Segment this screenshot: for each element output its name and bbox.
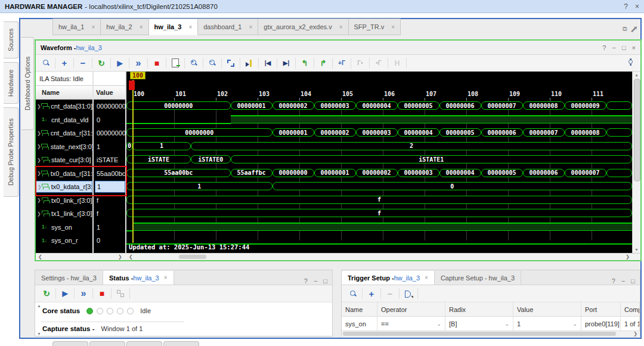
wave-row-cnt_data[31:0][interactable]: 0000000000000001000000020000000300000004… [126, 100, 632, 113]
trigger-scroll-right-icon[interactable]: ❯ [633, 331, 637, 336]
wave-row-state_cur[3:0][interactable]: iSTATEiSTATE0iSTATE1 [126, 153, 632, 167]
close-tab-icon[interactable]: × [164, 274, 168, 281]
minimized-tab-stub[interactable] [89, 341, 125, 346]
column-header-name[interactable]: Name [36, 89, 88, 96]
column-header-radix[interactable]: Radix [445, 302, 513, 316]
signal-row-state_cur[3:0][interactable]: ❯state_cur[3:0]iSTATE [36, 153, 125, 167]
waveform-title-link[interactable]: hw_ila_3 [76, 44, 102, 51]
horizontal-scrollbar[interactable]: ❮ ❯ ❮ ❯ [36, 253, 640, 260]
zoom-in-icon[interactable]: + [186, 57, 202, 69]
layout-icon[interactable] [113, 288, 128, 299]
scroll-down-icon[interactable]: ▼ [37, 332, 330, 336]
expand-icon[interactable]: ❯ [37, 197, 42, 203]
sidebar-item-hardware[interactable]: Hardware [4, 62, 18, 104]
maximize-icon[interactable]: □ [631, 277, 635, 285]
trigger-marker[interactable] [129, 81, 135, 90]
minimized-tab-stub[interactable] [52, 341, 88, 346]
wave-scroll-left-icon[interactable]: ❮ [129, 254, 133, 260]
signal-row-tx1_link_r[3:0][interactable]: ❯tx1_link_r[3:0]f [36, 207, 125, 221]
scroll-down-icon[interactable]: ▼ [634, 248, 639, 252]
expand-icon[interactable]: ❯ [37, 104, 41, 109]
column-header-value[interactable]: Value [88, 89, 113, 96]
close-tab-icon[interactable]: × [391, 24, 395, 30]
scroll-up-icon[interactable]: ▲ [634, 73, 639, 77]
wave-row-tx0_link_r[3:0][interactable]: f [126, 194, 632, 208]
expand-icon[interactable]: ❯ [37, 211, 42, 217]
help-icon[interactable]: ? [624, 2, 628, 11]
search-icon[interactable] [38, 57, 54, 69]
gate-icon[interactable] [401, 288, 416, 299]
scroll-up-icon[interactable]: ▲ [37, 304, 330, 308]
trigger-cell[interactable]: [B]⌄ [445, 317, 513, 330]
previous-transition-icon[interactable]: ↰ [297, 57, 312, 69]
go-to-start-icon[interactable]: |◀ [260, 57, 275, 69]
remove-icon[interactable]: − [75, 57, 91, 69]
wave-scroll-right-icon[interactable]: ❯ [626, 254, 630, 260]
trigger-cell[interactable]: ==⌄ [377, 317, 445, 330]
sidebar-item-dashboard-options[interactable]: Dashboard Options [21, 37, 34, 130]
tab-gtx_aurora_x2_exdes.v[interactable]: gtx_aurora_x2_exdes.v× [258, 18, 348, 35]
expand-icon[interactable]: ❯ [37, 157, 42, 163]
tab-hw_ila_2[interactable]: hw_ila_2× [101, 18, 148, 35]
export-data-icon[interactable] [168, 57, 183, 69]
signal-row-sys_on[interactable]: 1↓sys_on1 [36, 221, 125, 234]
chevron-down-icon[interactable]: ⌄ [572, 321, 577, 327]
wave-row-cnt_data_r[31:0][interactable]: 0000000000000001000000020000000300000004… [126, 126, 632, 140]
wave-row-sys_on[interactable] [126, 221, 632, 234]
run-immediate-icon[interactable]: » [131, 57, 146, 69]
chevron-down-icon[interactable]: ⌄ [504, 321, 509, 327]
restart-trigger-icon[interactable]: ↻ [94, 57, 109, 69]
close-tab-icon[interactable]: × [140, 24, 143, 30]
stop-trigger-icon[interactable]: ■ [149, 57, 165, 69]
help-icon[interactable]: ? [602, 44, 606, 51]
minimize-icon[interactable]: − [314, 277, 317, 285]
tab-dashboard_1[interactable]: dashboard_1× [198, 18, 258, 35]
signal-row-cnt_data_r[31:0][interactable]: ❯cnt_data_r[31:0]00000000 [36, 126, 125, 140]
help-icon[interactable]: ? [304, 277, 308, 285]
signal-row-cnt_data[31:0][interactable]: ❯cnt_data[31:0]00000000 [36, 100, 125, 113]
stop-trigger-icon[interactable]: ■ [94, 288, 110, 299]
tab-hw_ila_3[interactable]: hw_ila_3× [149, 18, 199, 35]
expand-icon[interactable]: ❯ [37, 144, 41, 149]
wave-row-state_next[3:0][interactable]: 012 [126, 140, 632, 154]
maximize-icon[interactable]: □ [323, 277, 327, 285]
column-header-port[interactable]: Port [581, 302, 621, 316]
search-icon[interactable] [345, 288, 361, 299]
wave-row-tx1_link_r[3:0][interactable]: f [126, 207, 632, 221]
next-transition-icon[interactable]: ↱ [315, 57, 331, 69]
tab-status[interactable]: Status - hw_ila_3 × [103, 271, 174, 285]
next-marker-icon[interactable]: •Γ [371, 57, 386, 69]
gear-icon[interactable] [627, 58, 634, 66]
horizontal-scroll-thumb[interactable] [179, 255, 206, 259]
trigger-cursor-line[interactable] [132, 80, 134, 243]
column-header-name[interactable]: Name [342, 302, 377, 316]
close-tab-icon[interactable]: × [91, 24, 95, 30]
signal-row-sys_on_r[interactable]: 1↓sys_on_r0 [36, 234, 125, 248]
vertical-scrollbar[interactable]: ▲ ▼ [632, 72, 640, 253]
zoom-out-icon[interactable]: − [205, 57, 220, 69]
zoom-to-cursor-icon[interactable] [242, 57, 257, 69]
restart-trigger-icon[interactable]: ↻ [39, 288, 54, 299]
column-header-compa[interactable]: Compa [621, 302, 640, 316]
add-icon[interactable]: + [364, 288, 379, 299]
expand-icon[interactable]: ❯ [37, 131, 41, 136]
chevron-down-icon[interactable]: ⌄ [436, 321, 441, 327]
tab-trigger-setup[interactable]: Trigger Setup - hw_ila_3 × [342, 271, 435, 285]
close-tab-icon[interactable]: × [339, 24, 343, 30]
signal-row-cnt_data_vld[interactable]: 1↓cnt_data_vld0 [36, 113, 125, 127]
column-header-operator[interactable]: Operator [377, 302, 445, 316]
sidebar-item-debug-probe-properties[interactable]: Debug Probe Properties [4, 107, 18, 197]
remove-icon[interactable]: − [382, 288, 398, 299]
close-tab-icon[interactable]: × [249, 24, 252, 30]
names-scroll-right-icon[interactable]: ❯ [118, 254, 122, 260]
tab-settings[interactable]: Settings - hw_ila_3 [35, 271, 103, 285]
signal-row-state_next[3:0][interactable]: ❯state_next[3:0]1 [36, 140, 125, 154]
close-icon[interactable]: × [635, 2, 639, 11]
trigger-table-row[interactable]: sys_on==⌄[B]⌄1⌄probe0[119]1 of 1 [342, 317, 640, 331]
minimize-icon[interactable]: − [621, 277, 625, 285]
minimize-icon[interactable]: − [612, 44, 615, 51]
names-scroll-left-icon[interactable]: ❮ [38, 254, 42, 260]
trigger-hscrollbar[interactable]: ❯ [342, 330, 640, 337]
add-marker-icon[interactable]: +Γ [334, 57, 349, 69]
go-to-end-icon[interactable]: ▶| [278, 57, 294, 69]
